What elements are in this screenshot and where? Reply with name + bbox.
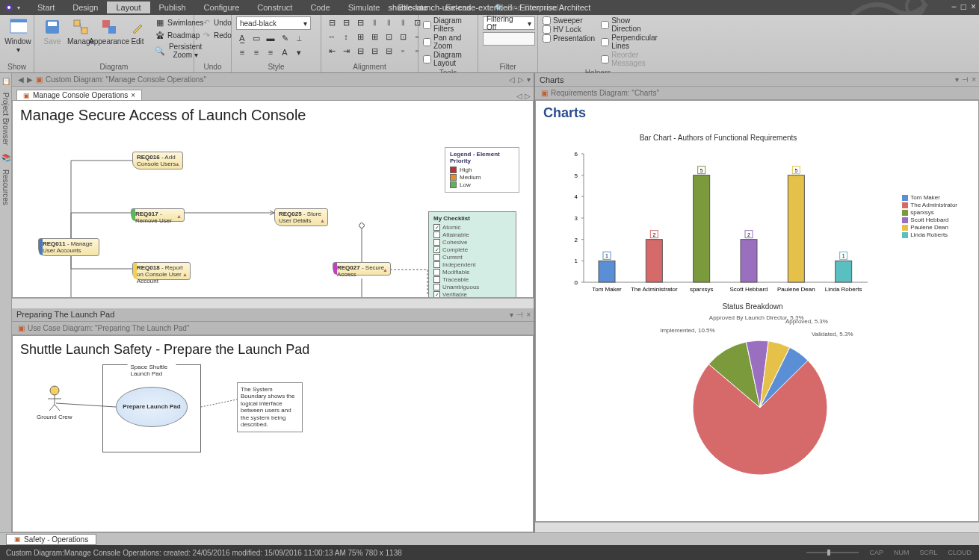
diagram-canvas-2[interactable]: Shuttle Launch Safety - Prepare the Laun… xyxy=(12,335,534,533)
svg-point-12 xyxy=(50,386,59,395)
group-undo-label: Undo xyxy=(199,61,226,71)
showdir-check[interactable]: Show Direction xyxy=(601,16,658,33)
pane-close-icon[interactable]: × xyxy=(526,311,531,319)
sidebar[interactable]: 📋Project Browser📚Resources xyxy=(0,73,12,532)
menu-configure[interactable]: Configure xyxy=(195,1,249,13)
svg-text:Implemented, 10.5%: Implemented, 10.5% xyxy=(660,327,714,334)
sweeper-check[interactable]: Sweeper xyxy=(543,16,595,25)
svg-rect-39 xyxy=(646,240,662,282)
ribbon: Window ▾ Show Save Manage Appearance Edi… xyxy=(0,15,979,73)
svg-text:Approved, 5.3%: Approved, 5.3% xyxy=(785,318,828,325)
edit-button[interactable]: Edit xyxy=(124,16,151,47)
style-select[interactable]: head-black▾ xyxy=(236,16,311,30)
note[interactable]: The System Boundary shows the logical in… xyxy=(237,382,303,433)
svg-text:2: 2 xyxy=(747,232,750,237)
maximize-button[interactable]: □ xyxy=(961,1,966,12)
menu-start[interactable]: Start xyxy=(28,1,64,13)
nav-back-icon[interactable]: ◀ xyxy=(18,75,24,84)
svg-line-18 xyxy=(201,399,237,407)
svg-rect-51 xyxy=(788,175,804,282)
minimize-button[interactable]: − xyxy=(951,1,957,12)
undo-button[interactable]: ↶Undo xyxy=(199,16,234,28)
save-button[interactable]: Save xyxy=(39,16,66,47)
scrollbar-h-2[interactable] xyxy=(535,522,979,532)
reorder-check[interactable]: Reorder Messages xyxy=(601,51,658,67)
menu-simulate[interactable]: Simulate xyxy=(339,1,389,13)
menu-code[interactable]: Code xyxy=(301,1,339,13)
charts-heading: Charts xyxy=(536,101,978,125)
actor-ground-crew[interactable]: Ground Crew xyxy=(37,385,72,420)
svg-text:2: 2 xyxy=(575,237,578,243)
pane-nav-left[interactable]: ◁ xyxy=(509,75,515,84)
req-816[interactable]: REQ016 - Add Console Users▲ xyxy=(132,152,183,169)
pane-close-icon[interactable]: × xyxy=(972,75,976,84)
pane-menu-icon[interactable]: ▾ xyxy=(955,75,959,84)
redo-button[interactable]: ↷Redo xyxy=(199,29,234,41)
svg-point-1 xyxy=(7,6,10,9)
bar-chart-legend: Tom MakerThe AdministratorsparxsysScott … xyxy=(902,193,957,239)
zoom-slider[interactable] xyxy=(806,549,859,556)
app-logo[interactable]: ▾ xyxy=(3,1,21,14)
diagram2-title: Shuttle Launch Safety - Prepare the Laun… xyxy=(20,342,309,358)
window-button[interactable]: Window ▾ xyxy=(4,16,31,55)
req-817[interactable]: REQ017 - Remove User▲ xyxy=(131,208,185,222)
align-row-2[interactable]: ↔↕⊞⊞⊡⊡▫ xyxy=(326,31,423,43)
svg-text:sparxsys: sparxsys xyxy=(690,286,714,293)
req-827[interactable]: REQ027 - Secure Access▲ xyxy=(333,262,391,276)
status-tab-safety[interactable]: ▣Safety - Operations xyxy=(6,534,96,545)
pan-zoom-check[interactable]: Pan and Zoom xyxy=(423,34,473,50)
filter-select[interactable]: Filtering Off▾ xyxy=(483,16,535,30)
hvlock-check[interactable]: HV Lock xyxy=(543,25,595,34)
svg-text:1: 1 xyxy=(842,253,845,258)
pane-pin-icon[interactable]: ⊣ xyxy=(962,75,969,84)
menu-construct[interactable]: Construct xyxy=(248,1,301,13)
req-825[interactable]: REQ025 - Store User Details▲ xyxy=(274,208,328,226)
req-811[interactable]: REQ011 - Manage User Accounts xyxy=(38,238,99,256)
statusbar: Custom Diagram:Manage Console Operations… xyxy=(0,545,979,560)
tab-manage-console[interactable]: ▣Manage Console Operations× xyxy=(16,90,142,100)
close-button[interactable]: × xyxy=(971,1,976,12)
svg-text:Validated, 5.3%: Validated, 5.3% xyxy=(812,331,853,337)
svg-text:5: 5 xyxy=(575,172,578,179)
tab-close-icon[interactable]: × xyxy=(131,91,135,99)
bar-chart: Bar Chart - Authors of Functional Requir… xyxy=(546,134,890,298)
doc-tabs: ▣Manage Console Operations× ◁▷ xyxy=(12,87,534,100)
svg-rect-10 xyxy=(108,26,116,34)
diagram-layout-check[interactable]: Diagram Layout xyxy=(423,51,473,67)
menu-layout[interactable]: Layout xyxy=(107,1,149,13)
presentation-check[interactable]: Presentation xyxy=(543,34,595,43)
pane-menu[interactable]: ▾ xyxy=(527,75,531,84)
svg-text:6: 6 xyxy=(575,151,578,158)
align-row-3[interactable]: ⇤⇥⊟⊟⊟▫▫ xyxy=(326,45,423,57)
usecase-prepare[interactable]: Prepare Launch Pad xyxy=(116,387,188,427)
lower-breadcrumb: ▣Use Case Diagram: "Preparing The Launch… xyxy=(12,322,534,335)
svg-rect-4 xyxy=(10,19,27,22)
style-tools-2[interactable]: ≡≡≡A▾ xyxy=(236,46,311,58)
filter-input[interactable] xyxy=(483,32,535,46)
pane-pin-icon[interactable]: ⊣ xyxy=(516,311,523,319)
style-tools-1[interactable]: A̲▭▬✎⟂ xyxy=(236,32,311,44)
scrollbar-h-1[interactable] xyxy=(12,298,534,308)
pane-nav-right[interactable]: ▷ xyxy=(518,75,524,84)
pane-menu-icon[interactable]: ▾ xyxy=(510,311,513,319)
svg-line-16 xyxy=(55,405,60,411)
checklist[interactable]: My Checklist ✓AtomicAttainableCohesive✓C… xyxy=(428,211,516,298)
group-style-label: Style xyxy=(236,61,316,71)
align-row-1[interactable]: ⊟⊟⊟⫴⫴⫴⊡ xyxy=(326,16,423,28)
nav-fwd-icon[interactable]: ▶ xyxy=(27,75,33,84)
req-818[interactable]: REQ018 - Report on Console User Account▲ xyxy=(132,262,191,280)
group-alignment-label: Alignment xyxy=(326,61,413,71)
menu-publish[interactable]: Publish xyxy=(150,1,195,13)
left-breadcrumb: ◀▶▣Custom Diagram: "Manage Console Opera… xyxy=(12,73,534,87)
charts-canvas[interactable]: Charts Bar Chart - Authors of Functional… xyxy=(535,100,979,522)
diagram-filters-check[interactable]: Diagram Filters xyxy=(423,16,473,33)
diagram1-title: Manage Secure Access of Launch Console xyxy=(20,107,306,124)
svg-text:4: 4 xyxy=(575,193,578,200)
group-filter-label: Filter xyxy=(483,61,533,71)
bar-chart-title: Bar Chart - Authors of Functional Requir… xyxy=(546,134,890,142)
charts-pane-header: Charts ▾⊣× xyxy=(535,73,979,87)
diagram-canvas-1[interactable]: Manage Secure Access of Launch Console R… xyxy=(12,100,534,298)
menu-design[interactable]: Design xyxy=(64,1,107,13)
appearance-button[interactable]: Appearance xyxy=(96,16,123,47)
perp-check[interactable]: Perpendicular Lines xyxy=(601,34,658,50)
